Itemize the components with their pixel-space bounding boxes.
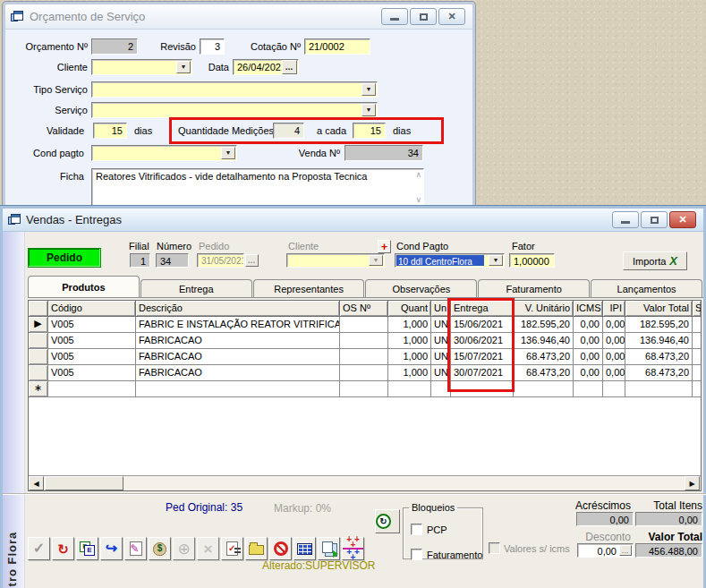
- new-row[interactable]: ∗: [29, 381, 701, 397]
- sales-window-titlebar[interactable]: Vendas - Entregas ✕: [3, 209, 703, 232]
- grid-cell[interactable]: 0,00: [603, 365, 625, 381]
- grid-cell[interactable]: 0,00: [603, 333, 625, 349]
- fator-field[interactable]: 1,00000: [509, 253, 555, 268]
- cliente-combo[interactable]: CENTRO FLORA ▼: [91, 59, 192, 75]
- budget-window-titlebar[interactable]: Orçamento de Serviço ✕: [5, 4, 472, 30]
- import-excel-button[interactable]: ImportaX: [623, 251, 687, 270]
- chevron-down-icon[interactable]: ▼: [362, 83, 376, 96]
- grid-cell[interactable]: FABRICACAO: [136, 349, 340, 365]
- add-client-button[interactable]: +: [378, 240, 391, 253]
- horizontal-scrollbar[interactable]: ◀ ▶: [29, 475, 701, 490]
- grid-header-cell[interactable]: OS Nº: [340, 301, 388, 317]
- minimize-button[interactable]: [612, 211, 639, 228]
- maximize-button[interactable]: [641, 211, 668, 228]
- grid-cell[interactable]: [514, 381, 574, 397]
- undo-button[interactable]: ↪: [100, 537, 123, 560]
- grid-cell[interactable]: 0,00: [603, 317, 625, 333]
- grid-cell[interactable]: 1,000: [388, 349, 431, 365]
- grid-cell[interactable]: [574, 381, 603, 397]
- grid-cell[interactable]: FABRICACAO: [136, 333, 340, 349]
- grid-cell[interactable]: [340, 365, 388, 381]
- grid-cell[interactable]: [340, 333, 388, 349]
- grid-cell[interactable]: 68.473,20: [514, 365, 574, 381]
- tipo-servico-combo[interactable]: SERVIÇOS PRESTADOS SP ▼: [91, 81, 378, 98]
- maximize-button[interactable]: [410, 8, 437, 25]
- scroll-left-icon[interactable]: ◀: [29, 476, 44, 490]
- grid-cell[interactable]: 0,00: [574, 317, 603, 333]
- revisao-field[interactable]: 3: [200, 38, 225, 55]
- doccheck-button[interactable]: [221, 537, 243, 560]
- row-selector-cell[interactable]: ▶: [29, 317, 48, 333]
- copy-button[interactable]: [318, 537, 340, 560]
- new-row-selector-cell[interactable]: ∗: [29, 381, 48, 397]
- grid-cell[interactable]: [625, 381, 693, 397]
- close-button[interactable]: ✕: [438, 8, 465, 25]
- grid-cell[interactable]: [340, 317, 388, 333]
- tab-observações[interactable]: Observações: [365, 279, 477, 297]
- grid-cell[interactable]: V005: [48, 317, 136, 333]
- grid-cell[interactable]: [693, 365, 702, 381]
- grid-cell[interactable]: 0,00: [574, 349, 603, 365]
- grid-cell[interactable]: 1,000: [388, 333, 431, 349]
- grid-cell[interactable]: 182.595,20: [514, 317, 574, 333]
- table-row[interactable]: V005FABRICACAO1,000UN15/07/202168.473,20…: [29, 349, 701, 365]
- row-selector-cell[interactable]: [29, 365, 48, 381]
- servico-combo[interactable]: V005 FABRICACAO ▼: [91, 102, 378, 118]
- grid-cell[interactable]: 0,00: [603, 349, 625, 365]
- folder-button[interactable]: [245, 537, 268, 560]
- cond-pagto-combo[interactable]: 10 ddl CentroFlora ▼: [91, 145, 237, 161]
- table-button[interactable]: [293, 537, 316, 560]
- grid-header-cell[interactable]: Código: [48, 301, 136, 317]
- ficha-textarea[interactable]: Reatores Vitrificados - vide detalhament…: [91, 168, 424, 206]
- scroll-down-icon[interactable]: ∨: [415, 195, 421, 204]
- adjust-button[interactable]: [342, 537, 364, 560]
- cotacao-field[interactable]: 21/0002: [304, 38, 370, 55]
- validade-field[interactable]: 15: [93, 123, 127, 139]
- grid-cell[interactable]: [340, 349, 388, 365]
- tab-lançamentos[interactable]: Lançamentos: [591, 279, 702, 297]
- grid-cell[interactable]: 0,00: [574, 333, 603, 349]
- desconto-picker-button[interactable]: …: [619, 545, 632, 556]
- refresh-button[interactable]: ↻: [52, 537, 74, 560]
- grid-cell[interactable]: V005: [48, 333, 136, 349]
- grid-cell[interactable]: [388, 381, 431, 397]
- scroll-right-icon[interactable]: ▶: [685, 476, 700, 490]
- grid-cell[interactable]: 182.595,20: [625, 317, 693, 333]
- grid-cell[interactable]: [693, 333, 702, 349]
- transfer-button[interactable]: [76, 537, 98, 560]
- grid-header-cell[interactable]: ICMS: [574, 301, 603, 317]
- tab-representantes[interactable]: Representantes: [253, 279, 365, 297]
- grid-cell[interactable]: [693, 349, 702, 365]
- table-row[interactable]: ▶V005FABRIC E INSTALAÇÃO REATOR VITRIFIC…: [29, 317, 701, 333]
- faturamento-checkbox[interactable]: [411, 549, 422, 560]
- chevron-down-icon[interactable]: ▼: [221, 147, 235, 159]
- edit-button[interactable]: [124, 537, 147, 560]
- tab-produtos[interactable]: Produtos: [28, 276, 140, 297]
- scroll-up-icon[interactable]: ∧: [415, 170, 421, 179]
- minimize-button[interactable]: [381, 8, 408, 25]
- grid-cell[interactable]: V005: [48, 365, 136, 381]
- cancel-button[interactable]: [269, 537, 292, 560]
- cond-pagto-combo[interactable]: 10 ddl CentroFlora ▼: [395, 253, 505, 268]
- grid-header-cell[interactable]: Valor Total: [625, 301, 693, 317]
- chevron-down-icon[interactable]: ▼: [362, 104, 376, 116]
- tab-faturamento[interactable]: Faturamento: [478, 279, 590, 297]
- grid-cell[interactable]: [603, 381, 625, 397]
- grid-cell[interactable]: [693, 317, 702, 333]
- close-button[interactable]: ✕: [669, 211, 696, 228]
- grid-cell[interactable]: 1,000: [388, 317, 431, 333]
- grid-header-cell[interactable]: S: [693, 301, 702, 317]
- grid-cell[interactable]: 136.946,40: [514, 333, 574, 349]
- table-row[interactable]: V005FABRICACAO1,000UN30/07/202168.473,20…: [29, 365, 701, 381]
- money-button[interactable]: $: [149, 537, 171, 560]
- grid-cell[interactable]: [48, 381, 136, 397]
- grid-header-cell[interactable]: IPI: [603, 301, 625, 317]
- grid-cell[interactable]: FABRICACAO: [136, 365, 340, 381]
- grid-cell[interactable]: 136.946,40: [625, 333, 693, 349]
- grid-header-cell[interactable]: Quant: [388, 301, 431, 317]
- tab-entrega[interactable]: Entrega: [140, 279, 252, 297]
- grid-cell[interactable]: [340, 381, 388, 397]
- grid-cell[interactable]: 1,000: [388, 365, 431, 381]
- recalculate-button[interactable]: ↻: [375, 509, 400, 533]
- grid-cell[interactable]: 68.473,20: [625, 365, 693, 381]
